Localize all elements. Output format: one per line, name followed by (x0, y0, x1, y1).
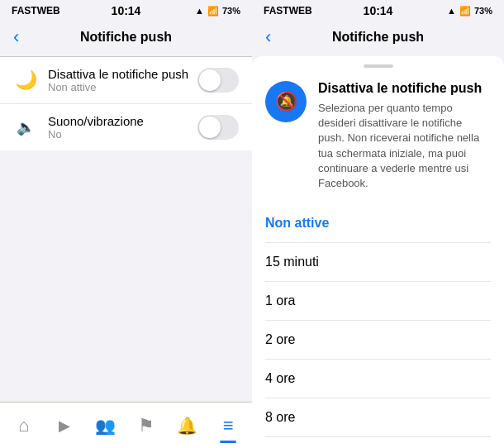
tab-people[interactable]: 👥 (85, 403, 126, 448)
people-icon: 👥 (95, 416, 116, 436)
bottom-tab-bar: ⌂ ▶ 👥 ⚑ 🔔 ≡ (0, 402, 252, 448)
push-notifications-text: Disattiva le notifiche push Non attive (48, 67, 197, 93)
status-icons-right: ▲ 📶 73% (447, 6, 492, 17)
carrier-right: FASTWEB (264, 5, 312, 17)
option-item-finche[interactable]: Finché non le riattivo (265, 436, 491, 448)
left-panel: FASTWEB 10:14 ▲ 📶 73% ‹ Notifiche push 🌙… (0, 0, 252, 448)
carrier-left: FASTWEB (12, 5, 60, 17)
page-title-left: Notifiche push (80, 30, 172, 45)
wifi-icon-right: 📶 (459, 6, 471, 17)
push-notifications-toggle[interactable] (197, 68, 239, 93)
option-item-1-ora[interactable]: 1 ora (265, 281, 491, 320)
status-bar-right: FASTWEB 10:14 ▲ 📶 73% (252, 0, 504, 20)
option-item-8-ore[interactable]: 8 ore (265, 398, 491, 436)
signal-icon-right: ▲ (447, 6, 456, 16)
sheet-header: 🔕 Disattiva le notifiche push Seleziona … (252, 78, 504, 204)
active-tab-indicator (220, 441, 236, 443)
option-item-2-ore[interactable]: 2 ore (265, 320, 491, 359)
status-bar-left: FASTWEB 10:14 ▲ 📶 73% (0, 0, 252, 20)
sound-vibration-text: Suono/vibrazione No (48, 114, 197, 141)
option-item-non-attive[interactable]: Non attive (265, 204, 491, 242)
push-notifications-item[interactable]: 🌙 Disattiva le notifiche push Non attive (0, 57, 252, 103)
tab-bell[interactable]: 🔔 (167, 403, 208, 448)
sheet-header-text: Disattiva le notifiche push Seleziona pe… (318, 81, 491, 191)
sound-vibration-item[interactable]: 🔈 Suono/vibrazione No (0, 103, 252, 150)
sheet-handle (364, 64, 393, 68)
option-item-4-ore[interactable]: 4 ore (265, 359, 491, 398)
tab-flag[interactable]: ⚑ (126, 403, 168, 448)
sound-vibration-toggle[interactable] (197, 115, 239, 140)
home-icon: ⌂ (18, 415, 29, 436)
sound-vibration-sublabel: No (48, 128, 197, 141)
bell-icon: 🔔 (177, 416, 197, 436)
right-panel: FASTWEB 10:14 ▲ 📶 73% ‹ Notifiche push 🔕… (252, 0, 504, 448)
video-icon: ▶ (59, 417, 70, 435)
push-notifications-label: Disattiva le notifiche push (48, 67, 197, 81)
modal-sheet: 🔕 Disattiva le notifiche push Seleziona … (252, 56, 504, 448)
option-item-15-minuti[interactable]: 15 minuti (265, 242, 491, 281)
bell-slash-icon: 🔕 (275, 91, 297, 112)
settings-list: 🌙 Disattiva le notifiche push Non attive… (0, 57, 252, 150)
menu-icon: ≡ (223, 415, 234, 436)
nav-header-left: ‹ Notifiche push (0, 20, 252, 56)
flag-icon: ⚑ (138, 415, 155, 436)
sheet-title: Disattiva le notifiche push (318, 81, 491, 96)
sound-icon-container: 🔈 (13, 115, 38, 140)
sound-vibration-label: Suono/vibrazione (48, 114, 197, 128)
time-right: 10:14 (364, 4, 393, 17)
back-button-right[interactable]: ‹ (265, 26, 271, 48)
nav-header-right: ‹ Notifiche push (252, 20, 504, 56)
sound-icon: 🔈 (17, 118, 35, 136)
page-title-right: Notifiche push (332, 30, 424, 45)
sheet-description: Seleziona per quanto tempo desideri disa… (318, 101, 491, 191)
status-icons-left: ▲ 📶 73% (195, 6, 240, 17)
options-list: Non attive15 minuti1 ora2 ore4 ore8 oreF… (252, 204, 504, 448)
moon-icon: 🌙 (15, 69, 37, 91)
tab-video[interactable]: ▶ (45, 403, 86, 448)
time-left: 10:14 (112, 4, 141, 17)
signal-icon: ▲ (195, 6, 204, 16)
back-button-left[interactable]: ‹ (13, 26, 19, 48)
tab-menu[interactable]: ≡ (208, 403, 250, 448)
sheet-icon-circle: 🔕 (265, 81, 307, 122)
push-notifications-sublabel: Non attive (48, 81, 197, 93)
battery-icon: 73% (222, 6, 240, 16)
wifi-icon: 📶 (207, 6, 219, 17)
moon-icon-container: 🌙 (13, 68, 38, 93)
tab-home[interactable]: ⌂ (3, 403, 45, 448)
battery-icon-right: 73% (474, 6, 492, 16)
